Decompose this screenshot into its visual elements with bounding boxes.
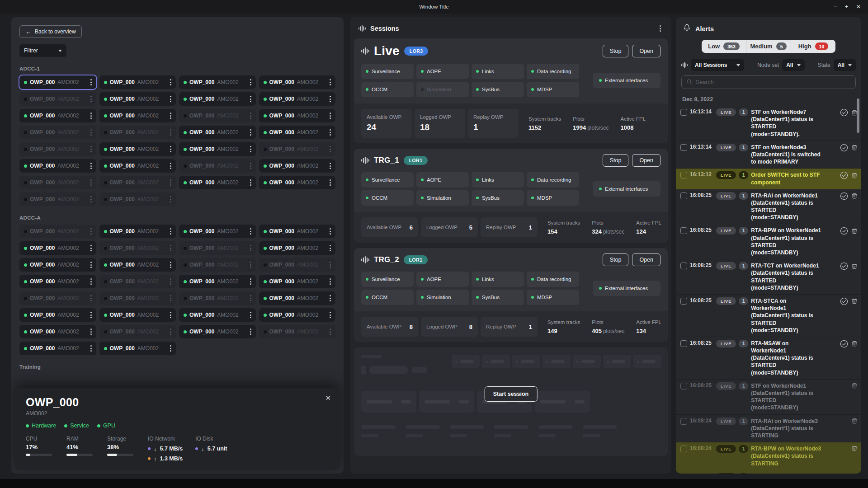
session-filter-dropdown[interactable]: All Sessions — [691, 59, 744, 71]
owp-card[interactable]: OWP_000 AMO002 — [19, 176, 96, 189]
owp-card[interactable]: OWP_000 AMO002 — [259, 176, 336, 189]
kebab-menu-icon[interactable] — [168, 344, 174, 353]
kebab-menu-icon[interactable] — [88, 260, 94, 269]
session-tag[interactable]: SysBus — [472, 82, 524, 97]
owp-card[interactable]: OWP_000 AMO002 — [19, 159, 96, 173]
alert-checkbox[interactable] — [680, 172, 687, 178]
kebab-menu-icon[interactable] — [168, 227, 174, 236]
kebab-menu-icon[interactable] — [248, 111, 254, 120]
owp-card[interactable]: OWP_000 AMO002 — [259, 159, 336, 173]
kebab-menu-icon[interactable] — [248, 94, 254, 103]
filter-dropdown[interactable]: Filtrer — [19, 44, 66, 57]
kebab-menu-icon[interactable] — [327, 94, 333, 103]
owp-card[interactable]: OWP_000 AMO002 — [259, 75, 336, 89]
scrollbar-thumb[interactable] — [857, 99, 859, 133]
kebab-menu-icon[interactable] — [248, 327, 254, 336]
session-tag[interactable]: OCCM — [361, 190, 414, 206]
kebab-menu-icon[interactable] — [168, 195, 174, 204]
session-tag[interactable]: AOPE — [416, 64, 469, 79]
delete-icon[interactable] — [851, 172, 858, 179]
alert-checkbox[interactable] — [680, 298, 687, 305]
owp-card[interactable]: OWP_000 AMO002 — [19, 92, 96, 106]
alert-row[interactable]: 16:08:24 LIVE 1 RTA-BPW on WorkerNode3 (… — [676, 442, 861, 470]
owp-card[interactable]: OWP_000 AMO002 — [179, 92, 256, 106]
owp-card[interactable]: OWP_000 AMO002 — [19, 192, 96, 206]
alert-row[interactable]: 16:13:14 LIVE 1 STF on WorkerNode7 (Data… — [676, 106, 861, 141]
owp-card[interactable]: OWP_000 AMO002 — [179, 142, 256, 156]
kebab-menu-icon[interactable] — [327, 327, 333, 336]
acknowledge-icon[interactable] — [840, 108, 848, 117]
owp-card[interactable]: OWP_000 AMO002 — [259, 109, 336, 122]
owp-card[interactable]: OWP_000 AMO002 — [19, 291, 96, 305]
sessions-menu-icon[interactable] — [657, 24, 663, 33]
owp-card[interactable]: OWP_000 AMO002 — [19, 258, 96, 272]
owp-card[interactable]: OWP_000 AMO002 — [99, 308, 176, 322]
alert-checkbox[interactable] — [680, 418, 687, 425]
kebab-menu-icon[interactable] — [248, 128, 254, 137]
acknowledge-icon[interactable] — [840, 171, 848, 179]
owp-card[interactable]: OWP_000 AMO002 — [179, 258, 256, 272]
kebab-menu-icon[interactable] — [88, 294, 94, 303]
owp-card[interactable]: OWP_000 AMO002 — [99, 291, 176, 305]
kebab-menu-icon[interactable] — [88, 310, 94, 319]
kebab-menu-icon[interactable] — [168, 145, 174, 154]
owp-card[interactable]: OWP_000 AMO002 — [259, 325, 336, 338]
owp-card[interactable]: OWP_000 AMO002 — [99, 192, 176, 206]
session-tag[interactable]: Simulation — [416, 290, 469, 305]
alert-checkbox[interactable] — [680, 263, 687, 269]
owp-card[interactable]: OWP_000 AMO002 — [179, 159, 256, 173]
delete-icon[interactable] — [851, 144, 858, 151]
owp-card[interactable]: OWP_000 AMO002 — [259, 275, 336, 288]
kebab-menu-icon[interactable] — [168, 277, 174, 286]
session-tag[interactable]: MDSP — [527, 290, 579, 305]
owp-card[interactable]: OWP_000 AMO002 — [259, 308, 336, 322]
kebab-menu-icon[interactable] — [168, 94, 174, 103]
owp-card[interactable]: OWP_000 AMO002 — [179, 241, 256, 255]
acknowledge-icon[interactable] — [840, 227, 848, 235]
owp-card[interactable]: OWP_000 AMO002 — [19, 75, 96, 89]
owp-card[interactable]: OWP_000 AMO002 — [99, 142, 176, 156]
kebab-menu-icon[interactable] — [248, 277, 254, 286]
session-tag[interactable]: SysBus — [472, 190, 524, 206]
session-tag[interactable]: Simulation — [416, 190, 469, 206]
owp-card[interactable]: OWP_000 AMO002 — [179, 176, 256, 189]
owp-card[interactable]: OWP_000 AMO002 — [19, 325, 96, 338]
session-tag[interactable]: Links — [472, 172, 524, 188]
delete-icon[interactable] — [851, 382, 858, 389]
owp-card[interactable]: OWP_000 AMO002 — [259, 258, 336, 272]
owp-card[interactable]: OWP_000 AMO002 — [259, 291, 336, 305]
close-window-button[interactable]: ✕ — [856, 4, 861, 9]
session-tag[interactable]: Data recording — [527, 64, 579, 79]
kebab-menu-icon[interactable] — [88, 178, 94, 187]
open-button[interactable]: Open — [632, 45, 660, 57]
stop-button[interactable]: Stop — [603, 154, 629, 167]
kebab-menu-icon[interactable] — [88, 128, 94, 137]
session-tag[interactable]: MDSP — [527, 190, 579, 206]
alert-row[interactable]: 16:08:25 LIVE 1 RTA-TCT on WorkerNode1 (… — [676, 259, 861, 295]
owp-card[interactable]: OWP_000 AMO002 — [259, 142, 336, 156]
acknowledge-icon[interactable] — [840, 144, 848, 152]
kebab-menu-icon[interactable] — [88, 161, 94, 170]
kebab-menu-icon[interactable] — [168, 128, 174, 137]
close-icon[interactable]: ✕ — [325, 394, 331, 402]
back-to-overview-button[interactable]: ← Back to overview — [19, 25, 82, 38]
delete-icon[interactable] — [851, 192, 858, 199]
alert-checkbox[interactable] — [680, 227, 687, 234]
owp-card[interactable]: OWP_000 AMO002 — [179, 75, 256, 89]
maximize-button[interactable]: + — [845, 4, 848, 9]
owp-card[interactable]: OWP_000 AMO002 — [179, 126, 256, 139]
owp-card[interactable]: OWP_000 AMO002 — [19, 109, 96, 122]
kebab-menu-icon[interactable] — [327, 145, 333, 154]
owp-card[interactable]: OWP_000 AMO002 — [179, 291, 256, 305]
delete-icon[interactable] — [851, 418, 858, 424]
kebab-menu-icon[interactable] — [168, 244, 174, 253]
owp-card[interactable]: OWP_000 AMO002 — [259, 225, 336, 238]
alert-checkbox[interactable] — [680, 340, 687, 347]
owp-card[interactable]: OWP_000 AMO002 — [19, 241, 96, 255]
kebab-menu-icon[interactable] — [327, 277, 333, 286]
kebab-menu-icon[interactable] — [88, 227, 94, 236]
stop-button[interactable]: Stop — [603, 253, 629, 266]
external-interfaces-tile[interactable]: External interfaces — [593, 73, 660, 88]
session-tag[interactable]: Surveillance — [361, 272, 414, 287]
owp-card[interactable]: OWP_000 AMO002 — [19, 308, 96, 322]
